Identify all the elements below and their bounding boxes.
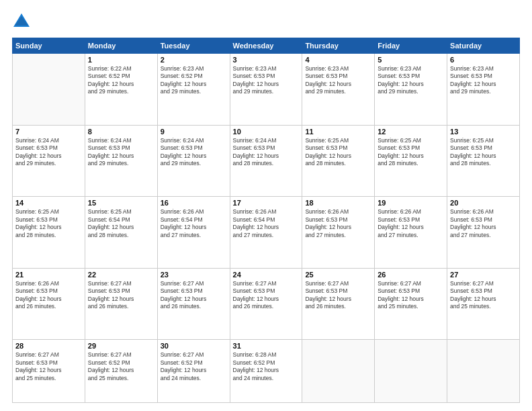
calendar-cell: 22Sunrise: 6:27 AM Sunset: 6:53 PM Dayli… (85, 268, 157, 340)
day-info: Sunrise: 6:27 AM Sunset: 6:53 PM Dayligh… (15, 351, 82, 382)
calendar-cell: 4Sunrise: 6:23 AM Sunset: 6:53 PM Daylig… (302, 54, 375, 126)
day-info: Sunrise: 6:26 AM Sunset: 6:53 PM Dayligh… (15, 280, 82, 311)
day-info: Sunrise: 6:27 AM Sunset: 6:53 PM Dayligh… (305, 280, 371, 311)
calendar-cell: 5Sunrise: 6:23 AM Sunset: 6:53 PM Daylig… (375, 54, 447, 126)
day-info: Sunrise: 6:23 AM Sunset: 6:52 PM Dayligh… (161, 65, 227, 96)
calendar-week-row: 1Sunrise: 6:22 AM Sunset: 6:52 PM Daylig… (13, 54, 520, 126)
day-info: Sunrise: 6:27 AM Sunset: 6:53 PM Dayligh… (450, 280, 517, 311)
calendar-cell: 2Sunrise: 6:23 AM Sunset: 6:52 PM Daylig… (157, 54, 230, 126)
day-info: Sunrise: 6:25 AM Sunset: 6:53 PM Dayligh… (450, 137, 517, 168)
weekday-header-sunday: Sunday (13, 38, 85, 54)
day-info: Sunrise: 6:25 AM Sunset: 6:53 PM Dayligh… (305, 137, 371, 168)
calendar-cell: 27Sunrise: 6:27 AM Sunset: 6:53 PM Dayli… (447, 268, 520, 340)
day-number: 18 (305, 199, 371, 207)
calendar-cell: 11Sunrise: 6:25 AM Sunset: 6:53 PM Dayli… (302, 125, 375, 197)
day-info: Sunrise: 6:27 AM Sunset: 6:53 PM Dayligh… (233, 280, 300, 311)
day-info: Sunrise: 6:26 AM Sunset: 6:54 PM Dayligh… (161, 208, 227, 239)
day-number: 24 (233, 271, 300, 279)
calendar-cell: 16Sunrise: 6:26 AM Sunset: 6:54 PM Dayli… (157, 197, 230, 269)
calendar-cell: 3Sunrise: 6:23 AM Sunset: 6:53 PM Daylig… (230, 54, 302, 126)
calendar-cell: 15Sunrise: 6:25 AM Sunset: 6:54 PM Dayli… (85, 197, 157, 269)
weekday-header-friday: Friday (375, 38, 447, 54)
weekday-header-saturday: Saturday (447, 38, 520, 54)
calendar-week-row: 28Sunrise: 6:27 AM Sunset: 6:53 PM Dayli… (13, 340, 520, 403)
logo-icon (12, 12, 31, 31)
day-number: 6 (450, 56, 517, 64)
calendar-cell: 21Sunrise: 6:26 AM Sunset: 6:53 PM Dayli… (13, 268, 85, 340)
calendar-cell: 14Sunrise: 6:25 AM Sunset: 6:53 PM Dayli… (13, 197, 85, 269)
calendar-week-row: 14Sunrise: 6:25 AM Sunset: 6:53 PM Dayli… (13, 197, 520, 269)
day-number: 5 (378, 56, 444, 64)
calendar-cell: 25Sunrise: 6:27 AM Sunset: 6:53 PM Dayli… (302, 268, 375, 340)
day-info: Sunrise: 6:24 AM Sunset: 6:53 PM Dayligh… (88, 137, 154, 168)
day-number: 22 (88, 271, 154, 279)
day-number: 12 (378, 128, 444, 136)
day-info: Sunrise: 6:27 AM Sunset: 6:53 PM Dayligh… (378, 280, 444, 311)
day-number: 19 (378, 199, 444, 207)
day-info: Sunrise: 6:28 AM Sunset: 6:52 PM Dayligh… (233, 351, 300, 382)
day-info: Sunrise: 6:27 AM Sunset: 6:52 PM Dayligh… (88, 351, 154, 382)
calendar-cell: 18Sunrise: 6:26 AM Sunset: 6:53 PM Dayli… (302, 197, 375, 269)
calendar-cell: 9Sunrise: 6:24 AM Sunset: 6:53 PM Daylig… (157, 125, 230, 197)
day-number: 23 (161, 271, 227, 279)
calendar-cell (13, 54, 85, 126)
calendar-cell: 10Sunrise: 6:24 AM Sunset: 6:53 PM Dayli… (230, 125, 302, 197)
day-info: Sunrise: 6:23 AM Sunset: 6:53 PM Dayligh… (305, 65, 371, 96)
day-info: Sunrise: 6:24 AM Sunset: 6:53 PM Dayligh… (15, 137, 82, 168)
day-number: 11 (305, 128, 371, 136)
calendar-cell (447, 340, 520, 403)
weekday-header-thursday: Thursday (302, 38, 375, 54)
day-info: Sunrise: 6:26 AM Sunset: 6:53 PM Dayligh… (378, 208, 444, 239)
day-info: Sunrise: 6:27 AM Sunset: 6:53 PM Dayligh… (88, 280, 154, 311)
day-number: 2 (161, 56, 227, 64)
svg-marker-1 (15, 16, 28, 26)
calendar-cell: 8Sunrise: 6:24 AM Sunset: 6:53 PM Daylig… (85, 125, 157, 197)
calendar-cell: 12Sunrise: 6:25 AM Sunset: 6:53 PM Dayli… (375, 125, 447, 197)
day-number: 29 (88, 342, 154, 350)
day-info: Sunrise: 6:22 AM Sunset: 6:52 PM Dayligh… (88, 65, 154, 96)
weekday-header-wednesday: Wednesday (230, 38, 302, 54)
day-number: 15 (88, 199, 154, 207)
calendar-cell: 20Sunrise: 6:26 AM Sunset: 6:53 PM Dayli… (447, 197, 520, 269)
day-info: Sunrise: 6:25 AM Sunset: 6:53 PM Dayligh… (15, 208, 82, 239)
calendar-table: SundayMondayTuesdayWednesdayThursdayFrid… (12, 38, 520, 403)
calendar-cell: 30Sunrise: 6:27 AM Sunset: 6:52 PM Dayli… (157, 340, 230, 403)
calendar-cell: 28Sunrise: 6:27 AM Sunset: 6:53 PM Dayli… (13, 340, 85, 403)
calendar-cell: 26Sunrise: 6:27 AM Sunset: 6:53 PM Dayli… (375, 268, 447, 340)
day-number: 27 (450, 271, 517, 279)
calendar-cell: 19Sunrise: 6:26 AM Sunset: 6:53 PM Dayli… (375, 197, 447, 269)
day-number: 28 (15, 342, 82, 350)
day-number: 8 (88, 128, 154, 136)
calendar-cell: 6Sunrise: 6:23 AM Sunset: 6:53 PM Daylig… (447, 54, 520, 126)
day-info: Sunrise: 6:25 AM Sunset: 6:53 PM Dayligh… (378, 137, 444, 168)
day-info: Sunrise: 6:27 AM Sunset: 6:53 PM Dayligh… (161, 280, 227, 311)
day-number: 20 (450, 199, 517, 207)
day-number: 31 (233, 342, 300, 350)
day-number: 14 (15, 199, 82, 207)
day-number: 4 (305, 56, 371, 64)
day-info: Sunrise: 6:23 AM Sunset: 6:53 PM Dayligh… (233, 65, 300, 96)
calendar-week-row: 7Sunrise: 6:24 AM Sunset: 6:53 PM Daylig… (13, 125, 520, 197)
day-number: 3 (233, 56, 300, 64)
calendar-cell (302, 340, 375, 403)
day-info: Sunrise: 6:26 AM Sunset: 6:54 PM Dayligh… (233, 208, 300, 239)
weekday-header-monday: Monday (85, 38, 157, 54)
logo (12, 12, 34, 31)
calendar-cell: 7Sunrise: 6:24 AM Sunset: 6:53 PM Daylig… (13, 125, 85, 197)
day-number: 30 (161, 342, 227, 350)
calendar-cell: 24Sunrise: 6:27 AM Sunset: 6:53 PM Dayli… (230, 268, 302, 340)
day-number: 10 (233, 128, 300, 136)
day-info: Sunrise: 6:23 AM Sunset: 6:53 PM Dayligh… (450, 65, 517, 96)
day-number: 13 (450, 128, 517, 136)
day-info: Sunrise: 6:27 AM Sunset: 6:52 PM Dayligh… (161, 351, 227, 382)
day-number: 16 (161, 199, 227, 207)
weekday-header-tuesday: Tuesday (157, 38, 230, 54)
day-number: 1 (88, 56, 154, 64)
weekday-header-row: SundayMondayTuesdayWednesdayThursdayFrid… (13, 38, 520, 54)
header (12, 12, 520, 31)
day-number: 21 (15, 271, 82, 279)
day-info: Sunrise: 6:23 AM Sunset: 6:53 PM Dayligh… (378, 65, 444, 96)
day-info: Sunrise: 6:24 AM Sunset: 6:53 PM Dayligh… (161, 137, 227, 168)
calendar-cell: 31Sunrise: 6:28 AM Sunset: 6:52 PM Dayli… (230, 340, 302, 403)
calendar-cell: 29Sunrise: 6:27 AM Sunset: 6:52 PM Dayli… (85, 340, 157, 403)
